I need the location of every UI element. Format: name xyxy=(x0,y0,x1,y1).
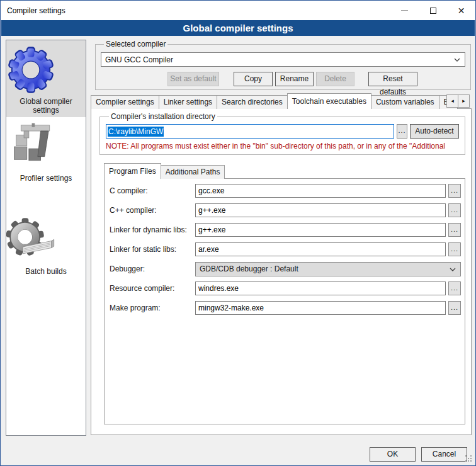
tab-linker-settings[interactable]: Linker settings xyxy=(159,95,217,109)
tab-scroll-left-button[interactable]: ◂ xyxy=(446,94,458,108)
dynamic-linker-input[interactable] xyxy=(195,223,446,237)
cpp-compiler-label: C++ compiler: xyxy=(110,206,191,215)
program-files-page: C compiler: ... C++ compiler: ... Linker… xyxy=(104,178,465,424)
installation-directory-row: C:\raylib\MinGW ... Auto-detect xyxy=(106,124,459,139)
compiler-settings-window: Compiler settings ✕ Global compiler sett… xyxy=(0,0,476,466)
gray-gear-stack-icon xyxy=(6,215,86,264)
static-linker-input[interactable] xyxy=(195,242,446,256)
make-program-browse-button[interactable]: ... xyxy=(448,301,461,315)
cancel-button[interactable]: Cancel xyxy=(421,447,467,462)
arrow-left-icon: ◂ xyxy=(451,98,454,104)
compiler-select[interactable]: GNU GCC Compiler xyxy=(101,52,465,67)
cpp-compiler-input[interactable] xyxy=(195,203,446,217)
resource-compiler-browse-button[interactable]: ... xyxy=(448,281,461,295)
close-icon: ✕ xyxy=(458,6,465,15)
window-title: Compiler settings xyxy=(1,6,65,15)
arrow-right-icon: ▸ xyxy=(462,98,465,104)
toolchain-executables-page: Compiler's installation directory C:\ray… xyxy=(91,108,472,435)
page-title: Global compiler settings xyxy=(1,20,475,36)
resource-compiler-input[interactable] xyxy=(195,281,446,295)
c-compiler-input[interactable] xyxy=(195,184,446,198)
tab-scroll-buttons: ◂ ▸ xyxy=(447,94,470,108)
program-files-tab-bar: Program Files Additional Paths xyxy=(104,164,224,179)
compiler-select-value: GNU GCC Compiler xyxy=(105,55,173,64)
debugger-label: Debugger: xyxy=(110,264,191,273)
resize-grip[interactable] xyxy=(465,455,473,463)
dynamic-linker-label: Linker for dynamic libs: xyxy=(110,225,191,234)
settings-category-list: Global compiler settings Profiler settin… xyxy=(6,40,86,436)
make-program-label: Make program: xyxy=(110,304,191,312)
tab-scroll-right-button[interactable]: ▸ xyxy=(458,94,470,108)
installation-directory-selected-text: C:\raylib\MinGW xyxy=(108,127,164,137)
dynamic-linker-browse-button[interactable]: ... xyxy=(448,223,461,237)
resource-compiler-label: Resource compiler: xyxy=(110,284,191,293)
sidebar-item-label: Profiler settings xyxy=(6,171,86,189)
cpp-compiler-browse-button[interactable]: ... xyxy=(448,203,461,217)
sidebar-item-profiler-settings[interactable]: Profiler settings xyxy=(6,117,86,199)
subtab-additional-paths[interactable]: Additional Paths xyxy=(161,165,225,179)
auto-detect-button[interactable]: Auto-detect xyxy=(410,124,459,139)
cpp-compiler-row: C++ compiler: ... xyxy=(110,203,461,217)
static-linker-browse-button[interactable]: ... xyxy=(448,242,461,256)
debugger-select-value: GDB/CDB debugger : Default xyxy=(200,264,298,273)
selected-compiler-group: Selected compiler GNU GCC Compiler Set a… xyxy=(95,40,471,90)
subtab-program-files[interactable]: Program Files xyxy=(104,163,161,179)
make-program-row: Make program: ... xyxy=(110,301,461,315)
installation-directory-input[interactable]: C:\raylib\MinGW xyxy=(106,124,394,139)
selected-compiler-group-label: Selected compiler xyxy=(104,40,167,48)
window-controls: ✕ xyxy=(390,1,475,20)
sidebar-item-batch-builds[interactable]: Batch builds xyxy=(6,199,86,282)
minimize-button[interactable] xyxy=(390,1,419,20)
chevron-down-icon xyxy=(450,268,456,271)
static-linker-row: Linker for static libs: ... xyxy=(110,242,461,256)
static-linker-label: Linker for static libs: xyxy=(110,245,191,254)
tab-toolchain-executables[interactable]: Toolchain executables xyxy=(287,93,371,109)
c-compiler-row: C compiler: ... xyxy=(110,184,461,198)
compiler-actions: Set as default Copy Rename Delete Reset … xyxy=(101,72,465,86)
installation-directory-group-label: Compiler's installation directory xyxy=(109,112,217,121)
close-button[interactable]: ✕ xyxy=(447,1,475,20)
caliper-icon xyxy=(6,122,86,171)
sidebar-item-global-compiler-settings[interactable]: Global compiler settings xyxy=(6,40,86,117)
maximize-icon xyxy=(430,8,436,14)
ok-button[interactable]: OK xyxy=(370,447,416,462)
settings-tab-bar: Compiler settings Linker settings Search… xyxy=(91,93,470,109)
maximize-button[interactable] xyxy=(419,1,447,20)
debugger-row: Debugger: GDB/CDB debugger : Default xyxy=(110,262,461,276)
tab-search-directories[interactable]: Search directories xyxy=(217,95,288,109)
delete-button[interactable]: Delete xyxy=(316,72,354,86)
sidebar-item-label: Batch builds xyxy=(6,264,86,282)
installation-directory-browse-button[interactable]: ... xyxy=(397,124,407,139)
minimize-icon xyxy=(401,10,408,11)
installation-directory-group: Compiler's installation directory C:\ray… xyxy=(99,112,465,155)
tab-custom-variables[interactable]: Custom variables xyxy=(371,95,439,109)
tab-compiler-settings[interactable]: Compiler settings xyxy=(91,95,159,109)
titlebar: Compiler settings ✕ xyxy=(1,1,475,20)
c-compiler-browse-button[interactable]: ... xyxy=(448,184,461,198)
make-program-input[interactable] xyxy=(195,301,446,315)
set-as-default-button[interactable]: Set as default xyxy=(167,72,219,86)
debugger-select[interactable]: GDB/CDB debugger : Default xyxy=(195,262,461,276)
rename-button[interactable]: Rename xyxy=(275,72,314,86)
chevron-down-icon xyxy=(454,58,460,62)
c-compiler-label: C compiler: xyxy=(110,186,191,195)
reset-defaults-button[interactable]: Reset defaults xyxy=(368,72,417,86)
bin-subdirectory-note: NOTE: All programs must exist either in … xyxy=(106,142,459,151)
blue-gear-icon xyxy=(6,45,86,94)
dynamic-linker-row: Linker for dynamic libs: ... xyxy=(110,223,461,237)
resource-compiler-row: Resource compiler: ... xyxy=(110,281,461,295)
copy-button[interactable]: Copy xyxy=(234,72,273,86)
